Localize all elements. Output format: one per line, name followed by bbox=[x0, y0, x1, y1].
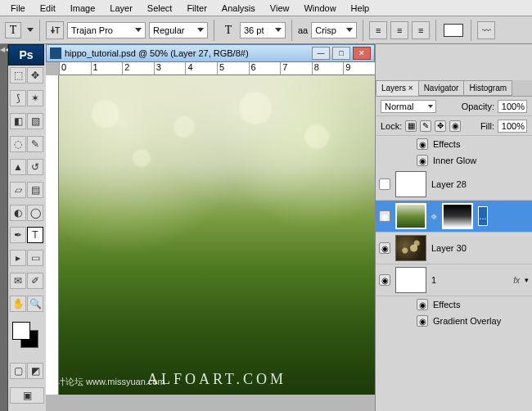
app-badge: Ps bbox=[8, 44, 44, 65]
lock-transparent-button[interactable]: ▦ bbox=[405, 120, 417, 132]
fx-badge[interactable]: fx bbox=[513, 276, 520, 285]
tool-preset-icon[interactable]: T bbox=[5, 22, 21, 38]
menu-edit[interactable]: Edit bbox=[33, 2, 63, 15]
heal-tool[interactable]: ◌ bbox=[10, 136, 26, 152]
blend-mode-combo[interactable]: Normal bbox=[381, 100, 436, 113]
color-swatches[interactable] bbox=[10, 322, 44, 351]
screen-mode-button[interactable]: ▣ bbox=[10, 387, 44, 404]
menu-file[interactable]: File bbox=[3, 2, 33, 15]
eraser-tool[interactable]: ▱ bbox=[10, 182, 26, 198]
layer-list: ◉Effects ◉Inner Glow Layer 28 ◉ ⎆ … ◉ La… bbox=[376, 136, 532, 411]
type-tool[interactable]: T bbox=[27, 227, 43, 243]
layer-thumbnail[interactable] bbox=[395, 235, 426, 261]
fx-visibility-icon[interactable]: ◉ bbox=[417, 299, 428, 310]
pen-tool[interactable]: ✒ bbox=[10, 227, 26, 243]
shape-tool[interactable]: ▭ bbox=[27, 250, 43, 266]
layer-row[interactable]: Layer 28 bbox=[376, 169, 532, 201]
layer-link-icon: ⎆ bbox=[431, 211, 437, 221]
blur-tool[interactable]: ◐ bbox=[10, 205, 26, 221]
close-button[interactable]: ✕ bbox=[353, 47, 371, 60]
document-title: hippo_tutorial.psd @ 50% (Layer 27, RGB/… bbox=[65, 48, 249, 58]
fill-field[interactable]: 100% bbox=[498, 120, 527, 133]
eyedropper-tool[interactable]: ✐ bbox=[27, 273, 43, 289]
layer-row[interactable]: ◉ 1 fx▾ bbox=[376, 264, 532, 296]
history-brush-tool[interactable]: ↺ bbox=[27, 159, 43, 175]
layer-link-badge[interactable]: … bbox=[478, 206, 488, 226]
layer-thumbnail[interactable] bbox=[395, 171, 426, 197]
tab-navigator[interactable]: Navigator bbox=[418, 80, 465, 96]
font-family-combo[interactable]: Trajan Pro bbox=[67, 22, 146, 38]
canvas[interactable]: 思缘设计论坛 www.missyuan.com ALFOART.COM bbox=[59, 75, 375, 395]
panel-well[interactable]: ◀◀ bbox=[0, 44, 8, 411]
path-select-tool[interactable]: ▸ bbox=[10, 250, 26, 266]
visibility-toggle[interactable]: ◉ bbox=[379, 242, 390, 254]
standard-mode-button[interactable]: ▢ bbox=[10, 363, 26, 379]
fx-visibility-icon[interactable]: ◉ bbox=[417, 138, 428, 150]
gradient-tool[interactable]: ▤ bbox=[27, 182, 43, 198]
menu-filter[interactable]: Filter bbox=[179, 2, 214, 15]
font-style-combo[interactable]: Regular bbox=[149, 22, 208, 38]
layer-name[interactable]: 1 bbox=[431, 275, 436, 285]
menu-view[interactable]: View bbox=[263, 2, 297, 15]
text-orientation-button[interactable]: ⸸T bbox=[46, 21, 64, 39]
mask-thumbnail[interactable] bbox=[442, 203, 473, 229]
lock-pixels-button[interactable]: ✎ bbox=[420, 120, 431, 132]
stamp-tool[interactable]: ▲ bbox=[10, 159, 26, 175]
effect-inner-glow[interactable]: Inner Glow bbox=[433, 156, 476, 165]
menu-layer[interactable]: Layer bbox=[102, 2, 140, 15]
hand-tool[interactable]: ✋ bbox=[10, 296, 26, 312]
tool-preset-dropdown[interactable] bbox=[27, 28, 34, 32]
maximize-button[interactable]: □ bbox=[332, 47, 350, 60]
foreground-color[interactable] bbox=[12, 322, 30, 340]
antialias-combo[interactable]: Crisp bbox=[311, 22, 357, 38]
notes-tool[interactable]: ✉ bbox=[10, 273, 26, 289]
crop-tool[interactable]: ◧ bbox=[10, 113, 26, 129]
marquee-tool[interactable]: ⬚ bbox=[10, 67, 26, 84]
dodge-tool[interactable]: ◯ bbox=[27, 205, 43, 221]
align-right-button[interactable]: ≡ bbox=[412, 21, 430, 39]
lock-label: Lock: bbox=[381, 121, 402, 131]
visibility-toggle[interactable]: ◉ bbox=[379, 274, 390, 286]
layer-row[interactable]: ◉ Layer 30 bbox=[376, 233, 532, 264]
menu-analysis[interactable]: Analysis bbox=[214, 2, 263, 15]
fx-visibility-icon[interactable]: ◉ bbox=[417, 315, 428, 327]
text-color-swatch[interactable] bbox=[444, 24, 463, 37]
menu-image[interactable]: Image bbox=[63, 2, 103, 15]
move-tool[interactable]: ✥ bbox=[27, 67, 43, 84]
slice-tool[interactable]: ▧ bbox=[27, 113, 43, 129]
wand-tool[interactable]: ✶ bbox=[27, 90, 43, 106]
quickmask-button[interactable]: ◩ bbox=[27, 363, 43, 379]
ruler-vertical[interactable] bbox=[46, 75, 59, 395]
effect-gradient-overlay[interactable]: Gradient Overlay bbox=[433, 316, 501, 326]
menu-select[interactable]: Select bbox=[140, 2, 180, 15]
menu-window[interactable]: Window bbox=[296, 2, 343, 15]
effects-label: Effects bbox=[433, 139, 460, 149]
lock-position-button[interactable]: ✥ bbox=[435, 120, 446, 132]
layer-thumbnail[interactable] bbox=[395, 267, 426, 293]
font-size-combo[interactable]: 36 pt bbox=[240, 22, 286, 38]
layer-row-selected[interactable]: ◉ ⎆ … bbox=[376, 201, 532, 233]
options-bar: T ⸸T Trajan Pro Regular T 36 pt aa Crisp… bbox=[0, 16, 532, 44]
layer-name[interactable]: Layer 28 bbox=[431, 179, 467, 189]
warp-text-button[interactable]: 〰 bbox=[477, 21, 495, 39]
visibility-toggle[interactable]: ◉ bbox=[379, 210, 390, 222]
layer-name[interactable]: Layer 30 bbox=[431, 243, 467, 253]
opacity-label: Opacity: bbox=[462, 102, 494, 111]
ruler-horizontal[interactable]: 0123456789 bbox=[59, 62, 375, 75]
toolbox: Ps ⬚ ✥ ⟆ ✶ ◧ ▧ ◌ ✎ ▲ ↺ ▱ ▤ ◐ ◯ ✒ T ▸ ▭ ✉… bbox=[8, 44, 46, 411]
lock-all-button[interactable]: ◉ bbox=[449, 120, 461, 132]
document-titlebar[interactable]: hippo_tutorial.psd @ 50% (Layer 27, RGB/… bbox=[46, 44, 375, 62]
opacity-field[interactable]: 100% bbox=[498, 100, 527, 113]
lasso-tool[interactable]: ⟆ bbox=[10, 90, 26, 106]
fx-visibility-icon[interactable]: ◉ bbox=[417, 155, 428, 166]
visibility-toggle[interactable] bbox=[379, 178, 390, 190]
align-left-button[interactable]: ≡ bbox=[369, 21, 387, 39]
layer-thumbnail[interactable] bbox=[395, 203, 426, 229]
menu-help[interactable]: Help bbox=[344, 2, 377, 15]
brush-tool[interactable]: ✎ bbox=[27, 136, 43, 152]
align-center-button[interactable]: ≡ bbox=[390, 21, 408, 39]
tab-layers[interactable]: Layers × bbox=[376, 80, 419, 96]
tab-histogram[interactable]: Histogram bbox=[463, 80, 512, 96]
zoom-tool[interactable]: 🔍 bbox=[27, 296, 43, 312]
minimize-button[interactable]: — bbox=[312, 47, 330, 60]
